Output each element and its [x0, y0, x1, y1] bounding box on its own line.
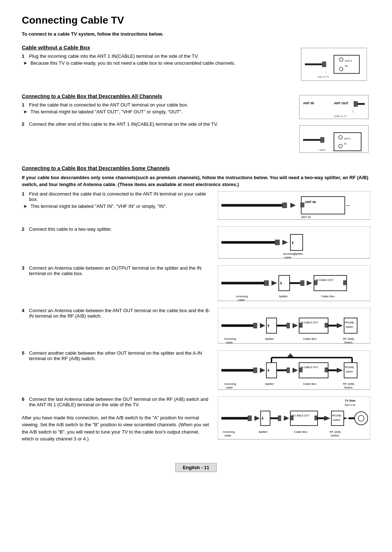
svg-text:RF(A/B): RF(A/B) — [345, 321, 354, 324]
diagram-step6: TV Side ANT 2 IN ╋ — [218, 396, 370, 440]
diagram-step5: ╋ IN CABLE OUT RF(A/B) — [218, 350, 370, 390]
diagram-step4: ╋ IN CABLE OUT RF(A/B) Switch Incoming — [218, 308, 370, 344]
item-text: Plug the incoming cable into the ANT 1 I… — [29, 53, 199, 59]
arrow-symbol: ➤ — [23, 109, 28, 114]
svg-text:ANT IN: ANT IN — [301, 215, 311, 219]
section1-item1: 1 Plug the incoming cable into the ANT 1… — [22, 53, 290, 59]
step6-diagram: TV Side ANT 2 IN ╋ — [218, 396, 370, 441]
svg-text:RF (A/B): RF (A/B) — [343, 337, 354, 341]
svg-text:Switch: Switch — [331, 434, 339, 437]
svg-rect-53 — [314, 275, 347, 291]
step4-main-text: Connect an Antenna cable between the ANT… — [29, 308, 211, 319]
svg-marker-38 — [282, 240, 288, 245]
step4-item: 4 Connect an Antenna cable between the A… — [22, 308, 211, 319]
svg-text:╋: ╋ — [267, 368, 269, 372]
step2-main-text: Connect this cable to a two-way splitter… — [29, 226, 112, 232]
step1-item: 1 Find and disconnect the cable that is … — [22, 191, 211, 202]
svg-rect-126 — [278, 416, 281, 421]
svg-rect-56 — [343, 281, 346, 285]
svg-marker-64 — [260, 323, 265, 328]
svg-text:Splitter: Splitter — [265, 337, 274, 341]
svg-rect-130 — [291, 416, 293, 420]
svg-text:TV Side: TV Side — [345, 399, 356, 402]
svg-text:cable: cable — [226, 341, 233, 344]
svg-text:Incoming: Incoming — [236, 295, 248, 298]
svg-marker-52 — [307, 281, 312, 286]
step5-main-text: Connect another cable between the other … — [29, 350, 211, 361]
svg-rect-68 — [287, 323, 290, 328]
svg-text:ANT IN: ANT IN — [303, 101, 314, 105]
svg-text:RF(A/B): RF(A/B) — [332, 414, 341, 417]
step3-main-text: Connect an Antenna cable between an OUTP… — [29, 265, 211, 276]
footer-area: English - 11 — [22, 456, 370, 472]
svg-text:Switch: Switch — [333, 419, 340, 421]
step2-text: 2 Connect this cable to a two-way splitt… — [22, 226, 211, 233]
step2-item: 2 Connect this cable to a two-way splitt… — [22, 226, 211, 232]
diagram-tv-side2: ANT1 IN ↑ hand — [298, 124, 370, 156]
svg-text:╋: ╋ — [291, 241, 294, 245]
svg-rect-55 — [314, 281, 317, 285]
svg-marker-122 — [254, 416, 260, 421]
step3-text: 3 Connect an Antenna cable between an OU… — [22, 265, 211, 278]
step1-text: 1 Find and disconnect the cable that is … — [22, 191, 211, 210]
svg-marker-97 — [293, 368, 298, 373]
svg-text:Incoming: Incoming — [223, 430, 234, 434]
item-text: Connect the other end of this cable to t… — [29, 121, 218, 127]
svg-rect-134 — [331, 411, 344, 426]
svg-rect-70 — [299, 318, 328, 333]
svg-text:Incoming: Incoming — [283, 252, 295, 255]
svg-rect-19 — [320, 137, 324, 142]
svg-text:IN  CABLE  OUT: IN CABLE OUT — [316, 279, 334, 281]
svg-rect-131 — [315, 416, 317, 420]
section-cable-box-some: Connecting to a Cable Box that Descrambl… — [22, 165, 370, 445]
svg-text:Splitter: Splitter — [265, 382, 274, 386]
section2-content: Connecting to a Cable Box that Descrambl… — [22, 93, 290, 157]
step6-main-text: Connect the last Antenna cable between t… — [29, 396, 211, 407]
step3-diagram: ╋ IN CABLE OUT Incoming cable Splitter C… — [218, 265, 370, 303]
step5-row: 5 Connect another cable between the othe… — [22, 350, 370, 391]
step4-row: 4 Connect an Antenna cable between the A… — [22, 308, 370, 345]
svg-text:Switch: Switch — [346, 326, 353, 328]
svg-text:IN CABLE OUT: IN CABLE OUT — [301, 366, 318, 368]
svg-text:ANT1: ANT1 — [345, 59, 352, 63]
svg-text:╋: ╋ — [261, 416, 264, 420]
svg-text:Splitter: Splitter — [279, 295, 288, 298]
svg-text:IN CABLE OUT: IN CABLE OUT — [292, 414, 310, 417]
section1-item2: ➤ Because this TV is cable-ready, you do… — [23, 60, 290, 66]
section2-heading: Connecting to a Cable Box that Descrambl… — [22, 93, 290, 99]
item-number: 2 — [22, 121, 27, 127]
svg-text:ANT OUT: ANT OUT — [334, 101, 348, 105]
svg-text:Incoming: Incoming — [224, 337, 236, 341]
svg-rect-32 — [301, 203, 304, 207]
svg-marker-89 — [260, 368, 265, 373]
step1-main-text: Find and disconnect the cable that is co… — [29, 191, 211, 202]
diagram-step1: ANT IN ▪▪▪ ANT IN — [218, 191, 370, 220]
svg-marker-69 — [293, 323, 298, 328]
svg-rect-46 — [264, 281, 269, 286]
svg-text:IN: IN — [344, 142, 347, 145]
svg-rect-121 — [248, 416, 252, 421]
svg-text:cable: cable — [226, 386, 233, 389]
svg-rect-51 — [301, 281, 304, 286]
step5-item: 5 Connect another cable between the othe… — [22, 350, 211, 361]
svg-rect-100 — [299, 368, 302, 372]
step1-arrow: ➤ This terminal might be labeled "ANT IN… — [23, 204, 211, 209]
step2-row: 2 Connect this cable to a two-way splitt… — [22, 226, 370, 260]
svg-marker-127 — [284, 416, 289, 421]
svg-text:Cable Box: Cable Box — [294, 430, 307, 434]
svg-text:Cable Box: Cable Box — [303, 382, 317, 386]
section3-heading: Connecting to a Cable Box that Descrambl… — [22, 165, 370, 171]
diagram-step3: ╋ IN CABLE OUT Incoming cable Splitter C… — [218, 265, 370, 302]
footer-label: English - 11 — [175, 463, 217, 472]
section1-diagram: ANT1 IN ↑ side of TV — [298, 44, 370, 85]
svg-text:▪▪▪: ▪▪▪ — [347, 204, 350, 207]
step3-item: 3 Connect an Antenna cable between an OU… — [22, 265, 211, 276]
svg-text:↓: ↓ — [352, 109, 354, 113]
after-text: After you have made this connection, set… — [22, 414, 211, 443]
item-text: Find the cable that is connected to the … — [29, 102, 188, 108]
svg-text:↑: ↑ — [325, 70, 327, 74]
svg-text:Switch: Switch — [346, 370, 353, 373]
diagram-step2: ╋ Incoming cable Splitter — [218, 226, 370, 259]
step5-diagram: ╋ IN CABLE OUT RF(A/B) — [218, 350, 370, 391]
step4-text: 4 Connect an Antenna cable between the A… — [22, 308, 211, 320]
